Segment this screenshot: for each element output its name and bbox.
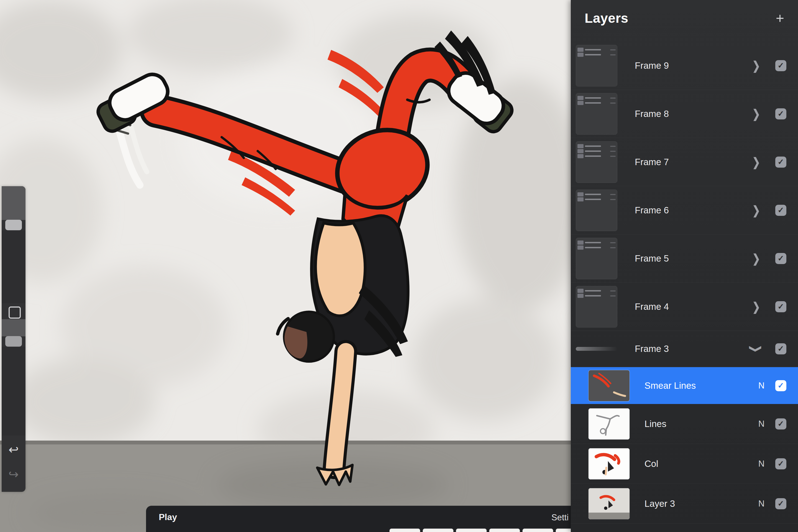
visibility-checkbox[interactable]: ✓ xyxy=(775,498,786,509)
group-thumbnail[interactable] xyxy=(576,45,618,87)
opacity-slider-handle[interactable] xyxy=(5,336,22,347)
group-label: Frame 3 xyxy=(635,344,669,354)
visibility-checkbox[interactable]: ✓ xyxy=(775,108,786,119)
blend-mode-button[interactable]: N xyxy=(755,499,768,509)
visibility-checkbox[interactable]: ✓ xyxy=(775,156,786,168)
layer-thumbnail[interactable] xyxy=(588,488,630,519)
timeline-frame-thumb[interactable] xyxy=(522,528,553,532)
layer-group-row-frame8[interactable]: Frame 8 ❯ ✓ xyxy=(571,90,798,138)
layers-panel: Layers + Frame 9 ❯ ✓ Frame 8 ❯ ✓ Frame 7… xyxy=(571,0,798,532)
layer-row-smear-lines[interactable]: Smear Lines N ✓ xyxy=(571,367,798,404)
opacity-track[interactable] xyxy=(2,347,25,436)
group-label: Frame 4 xyxy=(635,302,669,312)
layer-group-row-frame4[interactable]: Frame 4 ❯ ✓ xyxy=(571,283,798,331)
sidebar-toolbar: ↩ ↪ xyxy=(2,186,25,492)
brush-size-track[interactable] xyxy=(2,230,25,303)
visibility-checkbox[interactable]: ✓ xyxy=(775,380,786,391)
chevron-right-icon[interactable]: ❯ xyxy=(752,252,760,265)
blend-mode-button[interactable]: N xyxy=(755,459,768,469)
chevron-right-icon[interactable]: ❯ xyxy=(752,203,760,217)
timeline-frame-thumb[interactable] xyxy=(456,528,487,532)
group-thumbnail[interactable] xyxy=(576,238,618,279)
group-thumbnail-strip xyxy=(576,347,618,351)
visibility-checkbox[interactable]: ✓ xyxy=(775,253,786,264)
undo-icon[interactable]: ↩ xyxy=(2,443,25,456)
layer-row-layer3[interactable]: Layer 3 N ✓ xyxy=(571,484,798,524)
visibility-checkbox[interactable]: ✓ xyxy=(775,301,786,312)
group-thumbnail[interactable] xyxy=(576,93,618,135)
group-label: Frame 7 xyxy=(635,157,669,167)
canvas-artwork xyxy=(0,0,571,532)
layer-group-row-frame5[interactable]: Frame 5 ❯ ✓ xyxy=(571,234,798,283)
layers-panel-header: Layers + xyxy=(571,0,798,41)
drawing-canvas[interactable] xyxy=(0,0,571,532)
layer-thumbnail[interactable] xyxy=(588,448,630,480)
blend-mode-button[interactable]: N xyxy=(755,381,768,391)
layer-thumbnail[interactable] xyxy=(588,408,630,440)
timeline-frame-thumb[interactable] xyxy=(389,528,420,532)
group-thumbnail[interactable] xyxy=(576,141,618,183)
group-label: Frame 5 xyxy=(635,253,669,264)
modify-button[interactable] xyxy=(8,306,21,319)
visibility-checkbox[interactable]: ✓ xyxy=(775,205,786,216)
visibility-checkbox[interactable]: ✓ xyxy=(775,458,786,469)
chevron-right-icon[interactable]: ❯ xyxy=(752,107,760,121)
layer-label: Lines xyxy=(645,419,666,429)
group-label: Frame 6 xyxy=(635,205,669,215)
chevron-right-icon[interactable]: ❯ xyxy=(752,59,760,73)
visibility-checkbox[interactable]: ✓ xyxy=(775,60,786,71)
torso-skin xyxy=(316,223,365,316)
play-button[interactable]: Play xyxy=(159,512,177,522)
group-label: Frame 9 xyxy=(635,60,669,71)
brush-size-slider-handle[interactable] xyxy=(5,220,22,230)
layer-row-col[interactable]: Col N ✓ xyxy=(571,444,798,484)
layer-label: Layer 3 xyxy=(645,498,675,509)
group-thumbnail[interactable] xyxy=(576,286,618,327)
layer-row-lines[interactable]: Lines N ✓ xyxy=(571,404,798,444)
add-layer-button[interactable]: + xyxy=(776,12,784,25)
group-thumbnail[interactable] xyxy=(576,190,618,231)
opacity-track-filled[interactable] xyxy=(2,319,25,336)
layer-group-row-frame6[interactable]: Frame 6 ❯ ✓ xyxy=(571,186,798,234)
brush-size-track-filled[interactable] xyxy=(2,186,25,220)
layer-label: Col xyxy=(645,459,658,469)
chevron-right-icon[interactable]: ❯ xyxy=(752,155,760,169)
layer-thumbnail[interactable] xyxy=(588,370,630,401)
chevron-right-icon[interactable]: ❯ xyxy=(752,300,760,314)
redo-icon[interactable]: ↪ xyxy=(2,468,25,480)
group-label: Frame 8 xyxy=(635,109,669,119)
timeline-frame-thumb[interactable] xyxy=(422,528,454,532)
chevron-down-icon[interactable]: ❯ xyxy=(749,345,763,353)
layer-label: Smear Lines xyxy=(645,380,696,391)
layer-group-row-frame7[interactable]: Frame 7 ❯ ✓ xyxy=(571,138,798,186)
layer-group-row-frame3[interactable]: Frame 3 ❯ ✓ xyxy=(571,331,798,367)
visibility-checkbox[interactable]: ✓ xyxy=(775,343,786,355)
floor-seam xyxy=(0,440,571,445)
visibility-checkbox[interactable]: ✓ xyxy=(775,418,786,430)
layer-group-row-frame9[interactable]: Frame 9 ❯ ✓ xyxy=(571,41,798,90)
timeline-frame-thumb[interactable] xyxy=(489,528,520,532)
layers-title: Layers xyxy=(585,11,628,26)
settings-button[interactable]: Setti xyxy=(551,513,569,522)
blend-mode-button[interactable]: N xyxy=(755,419,768,429)
